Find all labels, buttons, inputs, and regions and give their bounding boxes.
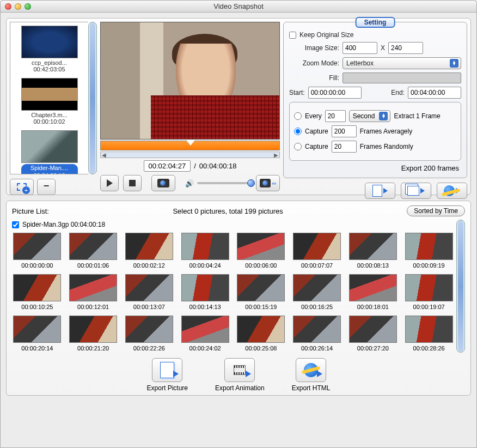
settings-tab[interactable]: Setting — [356, 17, 395, 28]
every-unit-select[interactable]: Second ▲▼ — [349, 110, 391, 122]
picture-thumb[interactable]: 00:00:22:26 — [124, 316, 175, 352]
arrow-right-icon — [420, 188, 425, 193]
snapshot-button[interactable] — [151, 175, 175, 191]
every-radio[interactable] — [294, 112, 302, 120]
volume-slider[interactable] — [185, 178, 252, 188]
capture-avg-radio[interactable] — [294, 128, 302, 135]
picture-thumb[interactable]: 00:00:26:14 — [292, 316, 343, 352]
preview-frame[interactable] — [100, 22, 280, 140]
filmstrip-scrollbar[interactable] — [88, 22, 97, 174]
picture-thumb[interactable]: 00:00:04:24 — [180, 233, 230, 269]
export-frame-count: Export 200 frames — [289, 164, 461, 172]
picture-thumb[interactable]: 00:00:28:26 — [403, 316, 454, 352]
source-item[interactable]: ccp_episod... 00:42:03:05 — [13, 26, 86, 72]
keep-original-checkbox[interactable] — [289, 32, 296, 39]
range-track[interactable]: ◀▶ — [100, 152, 280, 158]
export-stack-shortcut-button[interactable] — [401, 183, 431, 199]
picture-thumb[interactable]: 00:00:10:25 — [12, 274, 63, 310]
thumbnail-image — [293, 233, 341, 260]
group-checkbox[interactable] — [12, 221, 19, 228]
thumbnail-image — [293, 274, 341, 301]
picture-list-label: Picture List: — [12, 207, 49, 215]
picture-thumb[interactable]: 00:00:09:19 — [403, 233, 454, 269]
capture-rand-radio[interactable] — [294, 143, 302, 150]
export-html-shortcut-button[interactable] — [437, 183, 467, 199]
thumbnail-image — [13, 274, 61, 301]
image-width-input[interactable] — [343, 42, 377, 54]
picture-thumb[interactable]: 00:00:00:00 — [12, 233, 63, 269]
picture-thumb[interactable]: 00:00:07:07 — [292, 233, 343, 269]
export-animation-button[interactable] — [224, 358, 255, 382]
picture-thumb[interactable]: 00:00:24:02 — [180, 316, 230, 352]
thumbnail-image — [125, 274, 173, 301]
export-picture-button[interactable] — [152, 358, 182, 382]
source-item-time: 00:04:00:18 — [21, 172, 78, 174]
fill-color-well[interactable] — [343, 72, 461, 83]
range-end-handle[interactable]: ▶ — [274, 152, 278, 158]
picture-thumb[interactable]: 00:00:02:12 — [124, 233, 175, 269]
thumbnails-grid: 00:00:00:0000:00:01:0600:00:02:1200:00:0… — [12, 232, 454, 353]
range-start-handle[interactable]: ◀ — [102, 152, 106, 158]
source-item-selected[interactable]: Spider-Man.... 00:04:00:18 — [13, 130, 86, 174]
picture-thumb[interactable]: 00:00:15:19 — [236, 274, 286, 310]
picture-thumb[interactable]: 00:00:20:14 — [12, 316, 63, 352]
source-filmstrip[interactable]: ccp_episod... 00:42:03:05 Chapter3.m... … — [10, 22, 88, 174]
start-time-input[interactable] — [308, 87, 362, 99]
thumbnail-image — [405, 274, 453, 301]
zoom-mode-select[interactable]: Letterbox ▲▼ — [343, 57, 461, 69]
capture-avg-input[interactable] — [332, 125, 357, 137]
picture-thumb[interactable]: 00:00:14:13 — [180, 274, 230, 310]
start-label: Start: — [289, 89, 305, 96]
picture-thumb[interactable]: 00:00:21:20 — [68, 316, 119, 352]
thumb-time: 00:00:07:07 — [292, 262, 343, 269]
film-icon — [234, 365, 246, 375]
volume-knob[interactable] — [247, 179, 255, 187]
thumbnail-image — [21, 130, 78, 163]
sort-button[interactable]: Sorted by Time — [407, 205, 465, 216]
picture-thumb[interactable]: 00:00:16:25 — [292, 274, 343, 310]
source-item-time: 00:00:10:02 — [13, 118, 86, 125]
end-label: End: — [391, 89, 405, 96]
remove-source-button[interactable]: − — [37, 179, 56, 195]
snapshot-range-button[interactable]: ⇔ — [256, 175, 280, 191]
picture-thumb[interactable]: 00:00:13:07 — [124, 274, 175, 310]
thumbnail-image — [349, 274, 397, 301]
source-item[interactable]: Chapter3.m... 00:00:10:02 — [13, 78, 86, 125]
image-height-input[interactable] — [388, 42, 423, 54]
play-button[interactable] — [100, 175, 119, 191]
thumb-time: 00:00:02:12 — [124, 262, 175, 269]
thumb-time: 00:00:15:19 — [236, 304, 286, 310]
stack-icon — [407, 186, 419, 196]
picture-thumb[interactable]: 00:00:08:13 — [348, 233, 399, 269]
source-item-time: 00:42:03:05 — [13, 66, 86, 72]
picture-list-scrollbar[interactable] — [456, 220, 465, 353]
end-time-input[interactable] — [408, 87, 461, 99]
add-source-button[interactable] — [10, 179, 34, 195]
thumbnail-image — [293, 316, 341, 343]
capture-rand-input[interactable] — [332, 141, 357, 153]
camera-icon — [260, 179, 271, 187]
app-window: Video Snapshot ccp_episod... 00:42:03:05 — [0, 0, 477, 448]
thumb-time: 00:00:26:14 — [292, 345, 343, 352]
export-html-button[interactable] — [296, 358, 326, 382]
timeline[interactable] — [100, 141, 280, 150]
thumb-time: 00:00:22:26 — [124, 345, 175, 352]
video-preview: ◀▶ 00:02:04:27 / 00:04:00:18 ⇔ — [100, 22, 280, 191]
picture-thumb[interactable]: 00:00:06:00 — [236, 233, 286, 269]
thumb-time: 00:00:20:14 — [12, 345, 63, 352]
thumb-time: 00:00:09:19 — [403, 262, 454, 269]
thumb-time: 00:00:18:01 — [348, 304, 399, 310]
export-picture-shortcut-button[interactable] — [365, 183, 395, 199]
picture-thumb[interactable]: 00:00:01:06 — [68, 233, 119, 269]
thumbnail-image — [13, 233, 61, 260]
picture-thumb[interactable]: 00:00:25:08 — [236, 316, 286, 352]
thumbnail-image — [237, 274, 285, 301]
every-value-input[interactable] — [325, 110, 346, 122]
picture-thumb[interactable]: 00:00:12:01 — [68, 274, 119, 310]
thumbnail-image — [405, 233, 453, 260]
picture-thumb[interactable]: 00:00:18:01 — [348, 274, 399, 310]
picture-thumb[interactable]: 00:00:27:20 — [348, 316, 399, 352]
stop-button[interactable] — [123, 175, 142, 191]
picture-thumb[interactable]: 00:00:19:07 — [403, 274, 454, 310]
playhead-icon[interactable] — [186, 140, 195, 146]
